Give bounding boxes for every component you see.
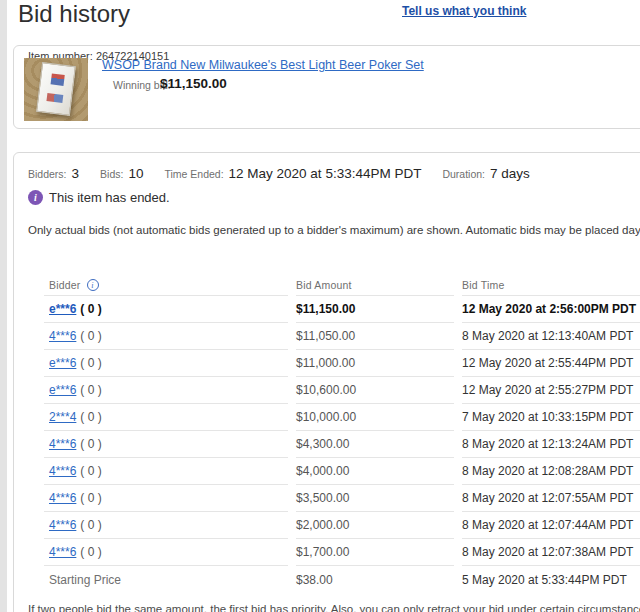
stat-pair: Time Ended:12 May 2020 at 5:33:44PM PDT: [164, 166, 421, 181]
bidder-link[interactable]: 4***6: [49, 491, 76, 505]
bid-amount-cell: $4,300.00: [296, 431, 454, 458]
bid-time-cell: 5 May 2020 at 5:33:44PM PDT: [462, 566, 640, 593]
item-thumbnail[interactable]: [24, 58, 88, 121]
bid-amount-cell: $4,000.00: [296, 458, 454, 485]
bidder-feedback-count: ( 0 ): [80, 383, 101, 397]
bid-time-cell: 12 May 2020 at 2:55:27PM PDT: [462, 377, 640, 404]
bidder-cell: 4***6( 0 ): [44, 323, 288, 350]
bidder-feedback-count: ( 0 ): [80, 356, 101, 370]
stat-label: Bids:: [100, 168, 123, 180]
bidder-feedback-count: ( 0 ): [80, 518, 101, 532]
stat-value: 12 May 2020 at 5:33:44PM PDT: [229, 166, 422, 181]
bidder-link[interactable]: 2***4: [49, 410, 76, 424]
bidder-cell: 4***6( 0 ): [44, 485, 288, 512]
bid-amount-cell: $11,050.00: [296, 323, 454, 350]
bidder-info-icon[interactable]: i: [87, 279, 99, 291]
table-row: 4***6( 0 ) $4,300.00 8 May 2020 at 12:13…: [44, 431, 640, 458]
bidder-link[interactable]: e***6: [49, 356, 76, 370]
bidder-feedback-count: ( 0 ): [80, 329, 101, 343]
bidder-link[interactable]: e***6: [49, 302, 76, 316]
table-row: 4***6( 0 ) $11,050.00 8 May 2020 at 12:1…: [44, 323, 640, 350]
bidder-feedback-count: ( 0 ): [80, 491, 101, 505]
table-row: 4***6( 0 ) $4,000.00 8 May 2020 at 12:08…: [44, 458, 640, 485]
stat-pair: Bids:10: [100, 166, 143, 181]
table-row: Starting Price $38.00 5 May 2020 at 5:33…: [44, 566, 640, 593]
case-label-decoration: [46, 93, 63, 103]
bidder-cell: 4***6( 0 ): [44, 458, 288, 485]
bid-amount-cell: $10,000.00: [296, 404, 454, 431]
summary-stats: Bidders:3Bids:10Time Ended:12 May 2020 a…: [28, 166, 530, 181]
bidder-cell: 4***6( 0 ): [44, 431, 288, 458]
tell-us-what-you-think-link[interactable]: Tell us what you think: [402, 4, 526, 18]
info-icon: i: [28, 190, 43, 205]
item-title-link[interactable]: WSOP Brand New Milwaukee's Best Light Be…: [102, 58, 424, 72]
item-summary-card: Item number: 264722140151 WSOP Brand New…: [13, 45, 640, 129]
poker-case-image: [36, 62, 76, 116]
bid-history-table: Bidder i Bid Amount Bid Time e***6( 0 ) …: [44, 275, 640, 593]
bid-time-cell: 8 May 2020 at 12:13:40AM PDT: [462, 323, 640, 350]
bidder-cell: 2***4( 0 ): [44, 404, 288, 431]
table-row: 4***6( 0 ) $2,000.00 8 May 2020 at 12:07…: [44, 512, 640, 539]
bidder-cell: e***6( 0 ): [44, 377, 288, 404]
stat-value: 10: [128, 166, 143, 181]
bid-time-cell: 8 May 2020 at 12:07:44AM PDT: [462, 512, 640, 539]
bidder-link[interactable]: 4***6: [49, 545, 76, 559]
bidder-link[interactable]: 4***6: [49, 437, 76, 451]
bidder-cell: Starting Price: [44, 566, 288, 593]
bidder-link[interactable]: e***6: [49, 383, 76, 397]
table-body: e***6( 0 ) $11,150.00 12 May 2020 at 2:5…: [44, 296, 640, 593]
bidder-link[interactable]: 4***6: [49, 464, 76, 478]
bidder-cell: e***6( 0 ): [44, 350, 288, 377]
bid-rules-footer: If two people bid the same amount, the f…: [28, 603, 640, 612]
table-header-row: Bidder i Bid Amount Bid Time: [44, 275, 640, 296]
case-label-decoration: [51, 73, 65, 86]
winning-bid-value: $11,150.00: [160, 76, 227, 91]
stat-value: 3: [72, 166, 80, 181]
stat-label: Duration:: [442, 168, 485, 180]
bidder-feedback-count: ( 0 ): [80, 437, 101, 451]
starting-price-label: Starting Price: [49, 573, 121, 587]
bid-amount-cell: $2,000.00: [296, 512, 454, 539]
stat-label: Bidders:: [28, 168, 67, 180]
bidder-link[interactable]: 4***6: [49, 518, 76, 532]
stat-pair: Duration:7 days: [442, 166, 529, 181]
table-row: 4***6( 0 ) $3,500.00 8 May 2020 at 12:07…: [44, 485, 640, 512]
column-header-bid-amount: Bid Amount: [296, 275, 454, 296]
bid-time-cell: 12 May 2020 at 2:56:00PM PDT: [462, 296, 640, 323]
stat-value: 7 days: [490, 166, 530, 181]
bid-rules-text: If two people bid the same amount, the f…: [28, 603, 640, 612]
bid-history-card: Bidders:3Bids:10Time Ended:12 May 2020 a…: [13, 152, 640, 612]
ended-notice-text: This item has ended.: [49, 190, 170, 205]
bidder-feedback-count: ( 0 ): [80, 545, 101, 559]
bid-time-cell: 12 May 2020 at 2:55:44PM PDT: [462, 350, 640, 377]
table-row: 4***6( 0 ) $1,700.00 8 May 2020 at 12:07…: [44, 539, 640, 566]
bid-time-cell: 7 May 2020 at 10:33:15PM PDT: [462, 404, 640, 431]
stat-label: Time Ended:: [164, 168, 223, 180]
bid-amount-cell: $1,700.00: [296, 539, 454, 566]
table-row: e***6( 0 ) $10,600.00 12 May 2020 at 2:5…: [44, 377, 640, 404]
bidder-link[interactable]: 4***6: [49, 329, 76, 343]
bid-time-cell: 8 May 2020 at 12:07:55AM PDT: [462, 485, 640, 512]
bid-time-cell: 8 May 2020 at 12:13:24AM PDT: [462, 431, 640, 458]
bid-amount-cell: $11,150.00: [296, 296, 454, 323]
bid-amount-cell: $10,600.00: [296, 377, 454, 404]
column-header-bid-time: Bid Time: [462, 275, 640, 296]
stat-pair: Bidders:3: [28, 166, 79, 181]
bidder-cell: e***6( 0 ): [44, 296, 288, 323]
automatic-bids-note: Only actual bids (not automatic bids gen…: [28, 224, 640, 236]
page-title: Bid history: [18, 0, 130, 28]
bidder-cell: 4***6( 0 ): [44, 512, 288, 539]
bid-amount-cell: $3,500.00: [296, 485, 454, 512]
bid-time-cell: 8 May 2020 at 12:07:38AM PDT: [462, 539, 640, 566]
table-row: e***6( 0 ) $11,000.00 12 May 2020 at 2:5…: [44, 350, 640, 377]
bid-time-cell: 8 May 2020 at 12:08:28AM PDT: [462, 458, 640, 485]
table-row: 2***4( 0 ) $10,000.00 7 May 2020 at 10:3…: [44, 404, 640, 431]
column-header-bidder: Bidder i: [44, 275, 288, 296]
ended-notice-row: i This item has ended.: [28, 190, 170, 205]
bidder-cell: 4***6( 0 ): [44, 539, 288, 566]
page-left-edge: [0, 0, 7, 612]
bid-amount-cell: $11,000.00: [296, 350, 454, 377]
table-row: e***6( 0 ) $11,150.00 12 May 2020 at 2:5…: [44, 296, 640, 323]
bidder-feedback-count: ( 0 ): [80, 302, 101, 316]
bidder-feedback-count: ( 0 ): [80, 410, 101, 424]
